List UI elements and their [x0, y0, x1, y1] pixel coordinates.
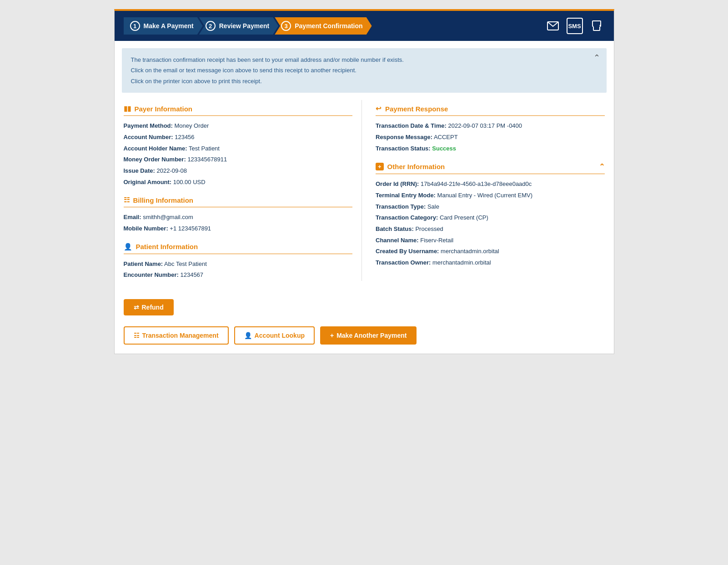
response-message-row: Response Message: ACCEPT: [376, 132, 605, 143]
transaction-type-row: Transaction Type: Sale: [376, 201, 605, 213]
transaction-type-label: Transaction Type:: [376, 203, 426, 210]
batch-status-row: Batch Status: Processed: [376, 224, 605, 235]
print-icon[interactable]: [588, 18, 605, 34]
terminal-entry-value: Manual Entry - Wired (Current EMV): [437, 192, 533, 199]
email-label: Email:: [124, 214, 141, 220]
mobile-value: +1 1234567891: [170, 225, 211, 232]
list-icon: ☷: [134, 332, 140, 339]
left-column: ▮▮ Payer Information Payment Method: Mon…: [124, 100, 362, 281]
info-line-3: Click on the printer icon above to print…: [131, 76, 597, 86]
billing-icon: ☷: [124, 196, 130, 204]
refund-button-container: ⇄ Refund: [124, 299, 605, 326]
refund-button[interactable]: ⇄ Refund: [124, 299, 174, 315]
account-holder-label: Account Holder Name:: [124, 145, 187, 152]
step-1[interactable]: 1 Make A Payment: [124, 17, 203, 35]
terminal-entry-label: Terminal Entry Mode:: [376, 192, 436, 199]
make-another-payment-button[interactable]: + Make Another Payment: [320, 326, 417, 345]
other-info-title: + Other Information ⌃: [376, 162, 605, 174]
patient-name-row: Patient Name: Abc Test Patient: [124, 259, 353, 270]
other-info-collapse-icon[interactable]: ⌃: [599, 162, 605, 171]
transaction-category-value: Card Present (CP): [440, 214, 488, 221]
encounter-number-label: Encounter Number:: [124, 271, 179, 278]
plus-icon: +: [376, 163, 384, 170]
account-lookup-button[interactable]: 👤 Account Lookup: [234, 326, 315, 345]
step-1-label: Make A Payment: [144, 22, 194, 30]
info-box: The transaction confirmation receipt has…: [122, 48, 607, 93]
response-message-value: ACCEPT: [434, 134, 458, 140]
bottom-buttons-container: ☷ Transaction Management 👤 Account Looku…: [124, 326, 605, 345]
patient-info-fields: Patient Name: Abc Test Patient Encounter…: [124, 259, 353, 281]
collapse-button[interactable]: ⌃: [593, 53, 600, 63]
step-2-num: 2: [206, 21, 216, 31]
content-area: ▮▮ Payer Information Payment Method: Mon…: [115, 100, 614, 290]
payment-response-title: ↩ Payment Response: [376, 105, 605, 116]
original-amount-label: Original Amount:: [124, 179, 172, 185]
issue-date-value: 2022-09-08: [157, 167, 187, 174]
patient-icon: 👤: [124, 243, 132, 251]
main-page: 1 Make A Payment 2 Review Payment 3 Paym…: [114, 9, 614, 354]
refund-icon: ⇄: [134, 304, 139, 311]
sms-icon[interactable]: SMS: [567, 18, 583, 34]
payment-method-label: Payment Method:: [124, 122, 173, 129]
account-number-row: Account Number: 123456: [124, 132, 353, 143]
account-lookup-icon: 👤: [244, 332, 252, 339]
channel-name-label: Channel Name:: [376, 237, 419, 244]
account-number-label: Account Number:: [124, 134, 173, 140]
step-3[interactable]: 3 Payment Confirmation: [275, 17, 372, 35]
money-order-number-value: 123345678911: [187, 156, 227, 163]
svg-point-4: [599, 25, 601, 26]
header-icons: SMS: [545, 18, 605, 34]
info-line-2: Click on the email or text message icon …: [131, 65, 597, 75]
account-holder-value: Test Patient: [189, 145, 220, 152]
stepper-bar: 1 Make A Payment 2 Review Payment 3 Paym…: [115, 11, 614, 41]
mobile-row: Mobile Number: +1 1234567891: [124, 223, 353, 235]
batch-status-value: Processed: [415, 225, 443, 232]
transaction-category-label: Transaction Category:: [376, 214, 438, 221]
payer-info-fields: Payment Method: Money Order Account Numb…: [124, 120, 353, 188]
created-by-value: merchantadmin.orbital: [441, 248, 499, 255]
encounter-number-value: 1234567: [180, 271, 203, 278]
transaction-category-row: Transaction Category: Card Present (CP): [376, 212, 605, 224]
step-3-num: 3: [281, 21, 291, 31]
mobile-label: Mobile Number:: [124, 225, 168, 232]
email-icon[interactable]: [545, 18, 561, 34]
patient-name-label: Patient Name:: [124, 260, 163, 267]
transaction-status-label: Transaction Status:: [376, 145, 431, 152]
transaction-owner-value: merchantadmin.orbital: [432, 259, 491, 266]
transaction-datetime-value: 2022-09-07 03:17 PM -0400: [448, 122, 522, 129]
svg-rect-2: [593, 26, 600, 30]
reply-icon: ↩: [376, 105, 382, 113]
steps-container: 1 Make A Payment 2 Review Payment 3 Paym…: [124, 17, 372, 35]
step-2[interactable]: 2 Review Payment: [199, 17, 279, 35]
transaction-management-button[interactable]: ☷ Transaction Management: [124, 326, 229, 345]
transaction-management-label: Transaction Management: [142, 332, 219, 339]
payment-method-row: Payment Method: Money Order: [124, 120, 353, 132]
encounter-number-row: Encounter Number: 1234567: [124, 270, 353, 281]
created-by-row: Created By Username: merchantadmin.orbit…: [376, 246, 605, 257]
transaction-status-row: Transaction Status: Success: [376, 143, 605, 155]
billing-info-title: ☷ Billing Information: [124, 196, 353, 207]
transaction-owner-row: Transaction Owner: merchantadmin.orbital: [376, 257, 605, 269]
transaction-datetime-row: Transaction Date & Time: 2022-09-07 03:1…: [376, 120, 605, 132]
info-line-1: The transaction confirmation receipt has…: [131, 55, 597, 65]
order-id-label: Order Id (RRN):: [376, 180, 419, 187]
created-by-label: Created By Username:: [376, 248, 439, 255]
terminal-entry-row: Terminal Entry Mode: Manual Entry - Wire…: [376, 190, 605, 201]
original-amount-value: 100.00 USD: [173, 179, 206, 185]
response-message-label: Response Message:: [376, 134, 432, 140]
plus-icon-btn: +: [330, 332, 334, 339]
order-id-value: 17b4a94d-21fe-4560-a13e-d78eee0aad0c: [421, 180, 532, 187]
step-3-label: Payment Confirmation: [295, 22, 362, 30]
account-number-value: 123456: [175, 134, 194, 140]
billing-info-fields: Email: smithh@gmail.com Mobile Number: +…: [124, 212, 353, 234]
account-holder-row: Account Holder Name: Test Patient: [124, 143, 353, 155]
svg-rect-3: [593, 25, 600, 27]
patient-info-title: 👤 Patient Information: [124, 243, 353, 254]
channel-name-value: Fiserv-Retail: [420, 237, 453, 244]
money-order-number-label: Money Order Number:: [124, 156, 186, 163]
make-another-payment-label: Make Another Payment: [336, 332, 407, 339]
step-2-label: Review Payment: [219, 22, 270, 30]
payment-method-value: Money Order: [174, 122, 209, 129]
patient-name-value: Abc Test Patient: [164, 260, 207, 267]
other-info-fields: Order Id (RRN): 17b4a94d-21fe-4560-a13e-…: [376, 179, 605, 269]
